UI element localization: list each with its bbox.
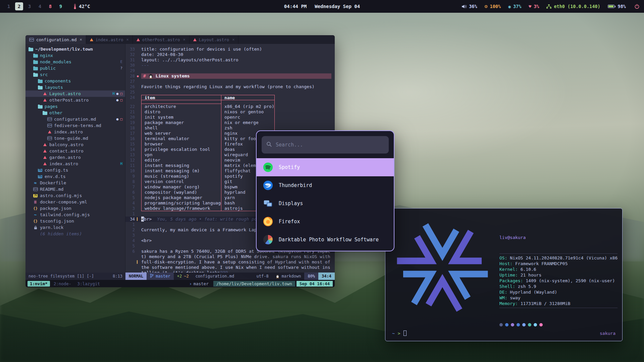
sign-column xyxy=(137,89,141,95)
search-input[interactable] xyxy=(276,142,384,148)
tree-item-garden.astro[interactable]: garden.astro xyxy=(25,154,125,161)
editor-line: 27 xyxy=(125,79,335,84)
tree-item-fediverse-terms.md[interactable]: fediverse-terms.md xyxy=(25,122,125,129)
sign-column xyxy=(137,131,141,136)
info-host: Host: Framework FRANMDCP05 xyxy=(499,261,618,266)
sign-column xyxy=(137,52,141,57)
tree-item-env.d.ts[interactable]: TSenv.d.ts xyxy=(25,173,125,180)
clock-module[interactable]: 04:44 PM Wednesday Sep 04 xyxy=(284,4,360,9)
battery-module[interactable]: 98% xyxy=(608,4,626,9)
tree-item-src[interactable]: src xyxy=(25,71,125,78)
load-value: 3% xyxy=(534,4,539,9)
line-number: 33 xyxy=(125,47,137,52)
tree-item-contact.astro[interactable]: contact.astro xyxy=(25,148,125,154)
tree-item-(6 hidden items)[interactable]: (6 hidden items) xyxy=(25,231,125,237)
git-branch-icon xyxy=(150,274,154,279)
terminal-cursor xyxy=(404,330,407,336)
sign-column xyxy=(137,104,141,109)
tree-item-tone-guide.md[interactable]: tone-guide.md xyxy=(25,135,125,141)
line-number: 8 xyxy=(125,179,137,184)
shell-prompt[interactable]: ~ > xyxy=(392,330,407,336)
tree-item-balcony.astro[interactable]: balcony.astro xyxy=(25,141,125,148)
network-module[interactable]: eth0 (10.0.0.140) xyxy=(546,4,600,9)
tab-index.astro[interactable]: index.astro× xyxy=(86,35,133,44)
tree-item-yarn.lock[interactable]: yarn.lock xyxy=(25,224,125,231)
astro-file-icon xyxy=(42,156,47,159)
fastfetch-terminal[interactable]: liv@sakura OS: NixOS 24.11.20240828.71e9… xyxy=(385,208,623,341)
tree-item-markers: ●□ xyxy=(116,98,122,102)
tmux-window-2:node-[interactable]: 2:node- xyxy=(51,281,74,287)
sign-column xyxy=(137,163,141,168)
tree-item-other[interactable]: other xyxy=(25,110,125,116)
launcher-item-label: Spotify xyxy=(279,164,300,170)
tree-item-components[interactable]: components xyxy=(25,78,125,84)
close-icon[interactable]: × xyxy=(126,37,128,42)
tab-label: Layout.astro xyxy=(199,37,229,42)
sign-column xyxy=(137,184,141,190)
info-uptime: Uptime: 21 hours xyxy=(499,272,618,278)
launcher-search[interactable] xyxy=(262,136,389,154)
disk-module[interactable]: ◉37% xyxy=(508,4,521,9)
workspace-9[interactable]: 9 xyxy=(57,2,65,10)
tree-item-Dockerfile[interactable]: ≈Dockerfile xyxy=(25,180,125,186)
launcher-item-Firefox[interactable]: Firefox xyxy=(257,213,394,231)
launcher-item-Spotify[interactable]: Spotify xyxy=(257,158,394,176)
tree-item-README.md[interactable]: README.md xyxy=(25,186,125,192)
tree-item-label: tsconfig.json xyxy=(40,219,74,224)
workspace-2[interactable]: 2 xyxy=(15,2,23,10)
tree-item-index.astro[interactable]: index.astroH xyxy=(25,161,125,167)
palette-dot xyxy=(499,323,503,326)
tree-item-pages[interactable]: pages xyxy=(25,103,125,110)
tree-item-tailwind.config.mjs[interactable]: ~tailwind.config.mjs xyxy=(25,212,125,218)
launcher-item-Darktable Photo Workflow Software[interactable]: Darktable Photo Workflow Software xyxy=(257,231,394,249)
launcher-item-Displays[interactable]: Displays xyxy=(257,194,394,213)
tree-item-astro.config.mjs[interactable]: JSastro.config.mjs xyxy=(25,192,125,199)
tab-otherPost.astro[interactable]: otherPost.astro× xyxy=(133,35,190,44)
temperature-module[interactable]: 42°C xyxy=(73,4,90,9)
tree-item-configuration.md[interactable]: configuration.md●□ xyxy=(25,116,125,122)
sign-column xyxy=(137,211,141,217)
status-bar: 123489 42°C 04:44 PM Wednesday Sep 04 36… xyxy=(0,0,644,13)
tab-Layout.astro[interactable]: Layout.astro× xyxy=(190,35,239,44)
tmux-window-3:lazygit[interactable]: 3:lazygit xyxy=(75,281,102,287)
volume-module[interactable]: 36% xyxy=(462,4,477,9)
tree-item-tsconfig.json[interactable]: {}tsconfig.json xyxy=(25,218,125,224)
line-number: 6 xyxy=(125,249,137,273)
tree-item-index.astro[interactable]: index.astro xyxy=(25,129,125,135)
astro-file-icon xyxy=(42,149,47,153)
launcher-item-label: Thunderbird xyxy=(279,182,312,188)
tree-item-docker-compose.yml[interactable]: ≡docker-compose.yml xyxy=(25,199,125,205)
system-info-list: OS: NixOS 24.11.20240828.71e91c4 (Vicuna… xyxy=(499,253,618,308)
tmux-window-1:nvim*[interactable]: 1:nvim* xyxy=(28,281,50,287)
tree-item-package.json[interactable]: {}package.json xyxy=(25,205,125,212)
tab-configuration.md[interactable]: configuration.md× xyxy=(25,35,86,44)
line-number: 22 xyxy=(125,104,137,109)
launcher-item-Thunderbird[interactable]: Thunderbird xyxy=(257,176,394,194)
tree-item-otherPost.astro[interactable]: otherPost.astro●□ xyxy=(25,97,125,103)
tree-item-layouts[interactable]: layouts xyxy=(25,84,125,90)
workspace-1[interactable]: 1 xyxy=(5,2,13,10)
workspace-3[interactable]: 3 xyxy=(25,2,34,10)
workspace-4[interactable]: 4 xyxy=(36,2,44,10)
line-number: 12 xyxy=(125,158,137,163)
workspace-8[interactable]: 8 xyxy=(46,2,54,10)
tree-item-label: layouts xyxy=(45,85,63,90)
tree-item-label: package.json xyxy=(40,206,71,211)
tree-item-nginx[interactable]: nginx xyxy=(25,52,125,59)
sign-column xyxy=(137,158,141,163)
brightness-module[interactable]: ⚙100% xyxy=(485,3,501,9)
tree-item-public[interactable]: public? xyxy=(25,65,125,71)
close-icon[interactable]: × xyxy=(183,37,185,42)
palette-dot xyxy=(505,323,508,326)
close-icon[interactable]: × xyxy=(232,37,234,42)
power-button[interactable] xyxy=(635,4,639,9)
tree-item-node_modules[interactable]: node_modulesE xyxy=(25,59,125,65)
tree-item-~/Development/liv.town[interactable]: ~/Development/liv.town xyxy=(25,46,125,52)
disk-icon: ◉ xyxy=(508,4,511,9)
load-module[interactable]: ♥3% xyxy=(529,4,539,9)
tree-item-config.ts[interactable]: TSconfig.ts xyxy=(25,167,125,173)
tree-item-Layout.astro[interactable]: Layout.astroH●□ xyxy=(25,90,125,97)
sign-column xyxy=(137,174,141,179)
tab-label: otherPost.astro xyxy=(142,37,180,42)
close-icon[interactable]: × xyxy=(79,37,82,42)
